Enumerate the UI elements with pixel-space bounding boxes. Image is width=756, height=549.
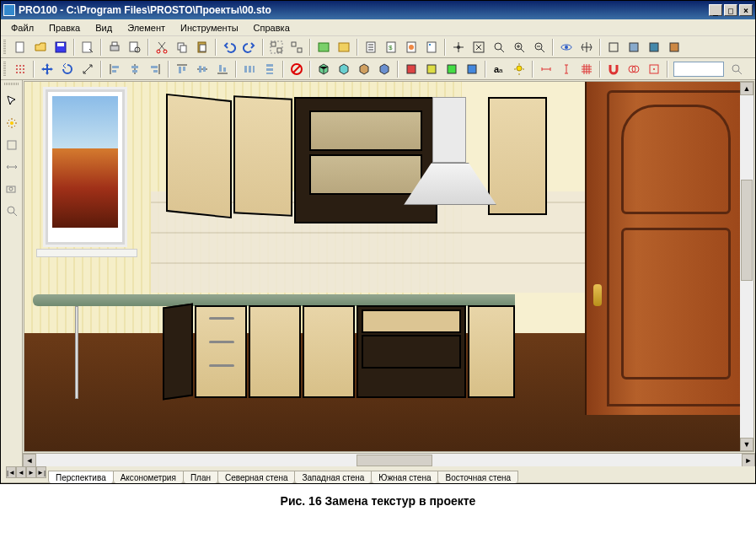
box-back-button[interactable] bbox=[335, 60, 353, 78]
pan-button[interactable] bbox=[577, 38, 596, 57]
menu-help[interactable]: Справка bbox=[247, 21, 297, 35]
tab-nav-first[interactable]: |◄ bbox=[6, 466, 16, 478]
box-right-button[interactable] bbox=[375, 60, 394, 78]
dim-h-button[interactable] bbox=[537, 60, 555, 78]
tab-west-wall[interactable]: Западная стена bbox=[294, 471, 372, 483]
menu-element[interactable]: Элемент bbox=[121, 21, 172, 35]
tab-nav-prev[interactable]: ◄ bbox=[16, 466, 26, 478]
collision-button[interactable] bbox=[625, 60, 643, 78]
menu-tools[interactable]: Инструменты bbox=[174, 21, 245, 35]
zoom-out-button[interactable] bbox=[530, 38, 549, 57]
copy-button[interactable] bbox=[173, 38, 191, 57]
tab-north-wall[interactable]: Северная стена bbox=[217, 471, 296, 483]
tab-east-wall[interactable]: Восточная стена bbox=[437, 471, 518, 483]
svg-rect-6 bbox=[130, 42, 137, 51]
dimension-tool-button[interactable] bbox=[3, 158, 21, 176]
tab-nav-next[interactable]: ► bbox=[26, 466, 36, 478]
grid-button[interactable] bbox=[577, 60, 596, 78]
element-tool-button[interactable] bbox=[3, 136, 21, 154]
camera-tool-button[interactable] bbox=[3, 180, 21, 198]
snap-button[interactable] bbox=[11, 60, 29, 78]
new-button[interactable] bbox=[11, 38, 29, 57]
block-red-button[interactable] bbox=[402, 60, 421, 78]
viewport-3d[interactable]: ▲ ▼ bbox=[24, 81, 754, 452]
tab-perspective[interactable]: Перспектива bbox=[48, 471, 114, 483]
open-button[interactable] bbox=[31, 38, 50, 57]
svg-rect-38 bbox=[670, 43, 678, 51]
center-button[interactable] bbox=[449, 38, 468, 57]
scroll-right-button[interactable]: ► bbox=[742, 454, 755, 467]
menu-view[interactable]: Вид bbox=[88, 21, 119, 35]
rotate-tool-button[interactable] bbox=[58, 60, 77, 78]
magnet-button[interactable] bbox=[604, 60, 623, 78]
scroll-down-button[interactable]: ▼ bbox=[740, 438, 753, 451]
list-button[interactable] bbox=[422, 38, 441, 57]
light-button[interactable] bbox=[510, 60, 528, 78]
block-blue-button[interactable] bbox=[463, 60, 481, 78]
menu-edit[interactable]: Правка bbox=[42, 21, 87, 35]
render-solid-button[interactable] bbox=[625, 38, 643, 57]
ungroup-button[interactable] bbox=[287, 38, 306, 57]
align-bottom-button[interactable] bbox=[213, 60, 232, 78]
zoom-tool-button[interactable] bbox=[727, 60, 746, 78]
align-top-button[interactable] bbox=[173, 60, 191, 78]
toolbar-standard: $ bbox=[1, 36, 755, 58]
close-button[interactable]: × bbox=[739, 4, 753, 16]
dim-v-button[interactable] bbox=[557, 60, 576, 78]
group-button[interactable] bbox=[267, 38, 286, 57]
zoom-fit-button[interactable] bbox=[469, 38, 488, 57]
zoom-in-button[interactable] bbox=[510, 38, 528, 57]
orbit-button[interactable] bbox=[557, 38, 576, 57]
catalog-button[interactable] bbox=[335, 38, 353, 57]
align-left-button[interactable] bbox=[105, 60, 124, 78]
measure-tool-button[interactable] bbox=[3, 202, 21, 220]
move-tool-button[interactable] bbox=[38, 60, 56, 78]
distribute-h-button[interactable] bbox=[240, 60, 259, 78]
menu-file[interactable]: Файл bbox=[4, 21, 40, 35]
price-button[interactable]: $ bbox=[382, 38, 400, 57]
print-preview-button[interactable] bbox=[126, 38, 144, 57]
block-green-button[interactable] bbox=[442, 60, 461, 78]
scrollbar-horizontal[interactable]: ◄ ► bbox=[23, 453, 755, 466]
render-texture-button[interactable] bbox=[665, 38, 684, 57]
svg-rect-17 bbox=[292, 42, 296, 46]
align-middle-button[interactable] bbox=[193, 60, 212, 78]
zoom-100-button[interactable] bbox=[490, 38, 508, 57]
save-button[interactable] bbox=[51, 38, 70, 57]
job-button[interactable] bbox=[402, 38, 421, 57]
box-front-button[interactable] bbox=[314, 60, 333, 78]
properties-button[interactable] bbox=[78, 38, 97, 57]
library-button[interactable] bbox=[314, 38, 333, 57]
undo-button[interactable] bbox=[220, 38, 239, 57]
cut-button[interactable] bbox=[153, 38, 171, 57]
align-center-h-button[interactable] bbox=[126, 60, 144, 78]
light-tool-button[interactable] bbox=[3, 114, 21, 132]
svg-rect-69 bbox=[448, 65, 456, 73]
tab-nav-last[interactable]: ►| bbox=[36, 466, 46, 478]
paste-button[interactable] bbox=[193, 38, 212, 57]
text-tool-button[interactable]: aa bbox=[490, 60, 508, 78]
tab-south-wall[interactable]: Южная стена bbox=[371, 471, 438, 483]
maximize-button[interactable]: □ bbox=[724, 4, 737, 16]
report-button[interactable] bbox=[362, 38, 380, 57]
render-wire-button[interactable] bbox=[604, 38, 623, 57]
minimize-button[interactable]: _ bbox=[709, 4, 722, 16]
tab-axonometry[interactable]: Аксонометрия bbox=[113, 471, 184, 483]
print-button[interactable] bbox=[105, 38, 124, 57]
redo-button[interactable] bbox=[240, 38, 259, 57]
scroll-left-button[interactable]: ◄ bbox=[23, 454, 36, 467]
svg-point-44 bbox=[23, 68, 24, 70]
scroll-up-button[interactable]: ▲ bbox=[740, 82, 753, 95]
snap-grid-button[interactable] bbox=[645, 60, 663, 78]
box-left-button[interactable] bbox=[355, 60, 373, 78]
no-action-icon[interactable] bbox=[287, 60, 306, 78]
render-shade-button[interactable] bbox=[645, 38, 663, 57]
align-right-button[interactable] bbox=[146, 60, 164, 78]
distribute-v-button[interactable] bbox=[260, 60, 279, 78]
select-tool-button[interactable] bbox=[3, 92, 21, 110]
zoom-combo[interactable] bbox=[673, 62, 724, 77]
scrollbar-vertical[interactable]: ▲ ▼ bbox=[740, 82, 753, 451]
block-yellow-button[interactable] bbox=[422, 60, 441, 78]
tab-plan[interactable]: План bbox=[183, 471, 218, 483]
scale-tool-button[interactable] bbox=[78, 60, 97, 78]
